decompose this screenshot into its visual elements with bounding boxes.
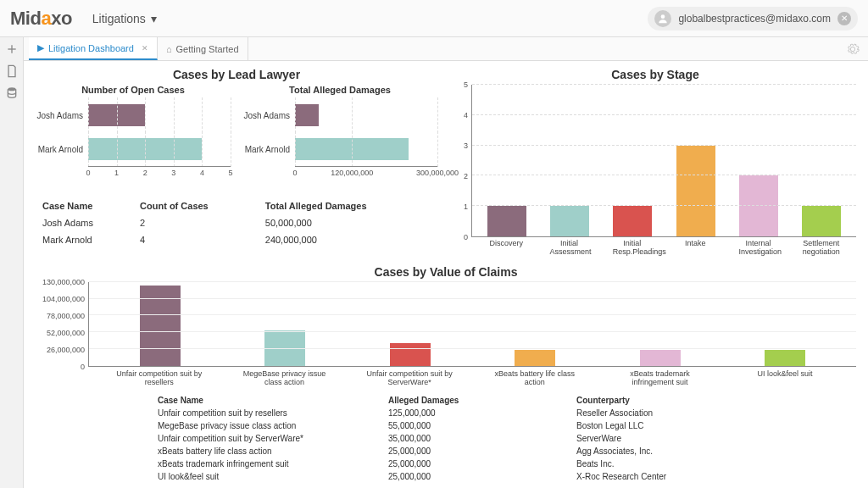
axis-tick: 104,000,000 bbox=[42, 295, 85, 303]
play-icon: ▶ bbox=[37, 42, 44, 53]
document-icon[interactable] bbox=[5, 64, 19, 78]
axis-label: MegeBase privacy issue class action bbox=[233, 367, 335, 386]
col-name: Case Name bbox=[37, 198, 133, 214]
app-logo: Midaxo bbox=[10, 8, 72, 30]
axis-tick: 3 bbox=[171, 169, 175, 177]
bar-label: Josh Adams bbox=[242, 111, 295, 120]
y-axis: 026,000,00052,000,00078,000,000104,000,0… bbox=[36, 282, 88, 367]
app-header: Midaxo Litigations ▾ globalbestpractices… bbox=[0, 0, 868, 37]
col-damages: Total Alleged Damages bbox=[260, 198, 436, 214]
axis-tick: 300,000,000 bbox=[416, 169, 459, 177]
chart-alleged-damages: Total Alleged Damages Josh Adams Mark Ar… bbox=[242, 85, 437, 191]
bar-row: Josh Adams bbox=[242, 98, 437, 132]
tab-label: Litigation Dashboard bbox=[48, 43, 134, 53]
bar-row: Mark Arnold bbox=[242, 132, 437, 166]
bar bbox=[802, 206, 841, 236]
panel-title: Cases by Value of Claims bbox=[36, 265, 856, 279]
tab-label: Getting Started bbox=[176, 44, 239, 54]
axis-label: Intake bbox=[676, 237, 715, 257]
axis-tick: 78,000,000 bbox=[47, 312, 85, 320]
table-row: MegeBase privacy issue class action55,00… bbox=[147, 420, 676, 431]
axis-tick: 0 bbox=[86, 169, 90, 177]
bar-row: Josh Adams bbox=[36, 98, 231, 132]
axis-label: Unfair competition suit by ServerWare* bbox=[359, 367, 460, 386]
close-icon[interactable]: ✕ bbox=[142, 44, 148, 53]
tabbar: ▶ Litigation Dashboard ✕ ⌂ Getting Start… bbox=[24, 37, 868, 61]
axis-tick: 0 bbox=[292, 169, 297, 177]
logo-accent: a bbox=[41, 8, 51, 29]
home-icon: ⌂ bbox=[166, 44, 172, 54]
axis-label: xBeats battery life class action bbox=[484, 367, 586, 386]
table-row: UI look&feel suit25,000,000X-Roc Researc… bbox=[147, 471, 676, 482]
chart-open-cases: Number of Open Cases Josh Adams Mark Arn… bbox=[36, 85, 231, 191]
avatar-icon bbox=[654, 10, 671, 27]
axis-tick: 5 bbox=[464, 80, 468, 89]
gear-icon[interactable] bbox=[846, 42, 860, 56]
axis-tick: 1 bbox=[464, 202, 468, 211]
table-header-row: Case Name Count of Cases Total Alleged D… bbox=[37, 198, 436, 214]
tab-litigation-dashboard[interactable]: ▶ Litigation Dashboard ✕ bbox=[29, 37, 158, 60]
bar bbox=[739, 175, 778, 236]
svg-point-0 bbox=[661, 14, 665, 19]
table-header-row: Case Name Alleged Damages Counterparty bbox=[147, 395, 676, 406]
logo-text-2: xo bbox=[51, 8, 72, 29]
bar-row: Mark Arnold bbox=[36, 132, 231, 166]
claims-table: Case Name Alleged Damages Counterparty U… bbox=[146, 393, 678, 484]
chart-title: Number of Open Cases bbox=[36, 85, 231, 95]
axis-label: Initial Assessment bbox=[549, 237, 588, 257]
svg-point-1 bbox=[8, 87, 15, 91]
plot-area bbox=[471, 85, 856, 237]
bar bbox=[765, 350, 805, 366]
axis-label: Initial Resp.Pleadings bbox=[613, 237, 652, 257]
axis-tick: 5 bbox=[228, 169, 232, 177]
table-row: xBeats battery life class action25,000,0… bbox=[147, 446, 676, 457]
axis-tick: 3 bbox=[464, 141, 468, 150]
panel-title: Cases by Stage bbox=[454, 68, 856, 81]
axis-tick: 1 bbox=[114, 169, 119, 177]
axis-label: UI look&feel suit bbox=[734, 367, 836, 386]
bar bbox=[295, 104, 319, 126]
section-label: Litigations bbox=[92, 12, 146, 25]
panel-lead-lawyer: Cases by Lead Lawyer Number of Open Case… bbox=[36, 68, 437, 257]
sidebar bbox=[0, 37, 24, 488]
axis-tick: 4 bbox=[464, 111, 468, 119]
table-row: Unfair competition suit by resellers125,… bbox=[147, 408, 676, 419]
section-dropdown[interactable]: Litigations ▾ bbox=[92, 12, 157, 25]
axis-tick: 26,000,000 bbox=[47, 346, 85, 354]
lawyer-table: Case Name Count of Cases Total Alleged D… bbox=[36, 197, 437, 249]
close-icon[interactable]: ✕ bbox=[837, 12, 851, 25]
axis-tick: 0 bbox=[81, 363, 85, 371]
axis-tick: 4 bbox=[200, 169, 204, 177]
axis-tick: 2 bbox=[143, 169, 147, 177]
plus-icon[interactable] bbox=[5, 42, 19, 56]
axis-tick: 2 bbox=[464, 172, 468, 180]
table-row: xBeats trademark infringement suit25,000… bbox=[147, 458, 676, 469]
axis-label: Discovery bbox=[487, 237, 526, 257]
axis-label: xBeats trademark infringement suit bbox=[609, 367, 710, 386]
bar bbox=[390, 343, 431, 366]
x-axis: 0120,000,000300,000,000 bbox=[295, 166, 437, 178]
chart-title: Total Alleged Damages bbox=[242, 85, 437, 95]
dashboard-content: Cases by Lead Lawyer Number of Open Case… bbox=[24, 61, 868, 488]
axis-label: Internal Investigation bbox=[738, 237, 777, 257]
chart-cases-by-stage: 012345 bbox=[454, 85, 856, 237]
bar-label: Josh Adams bbox=[36, 111, 88, 120]
user-chip[interactable]: globalbestpractices@midaxo.com ✕ bbox=[648, 7, 858, 30]
bar bbox=[640, 350, 681, 366]
y-axis: 012345 bbox=[454, 85, 471, 237]
x-axis: 012345 bbox=[88, 166, 231, 178]
panel-stage: Cases by Stage 012345 DiscoveryInitial A… bbox=[454, 68, 856, 257]
axis-tick: 120,000,000 bbox=[331, 169, 373, 177]
tab-getting-started[interactable]: ⌂ Getting Started bbox=[158, 37, 248, 60]
table-row: Unfair competition suit by ServerWare*35… bbox=[147, 433, 676, 444]
database-icon[interactable] bbox=[5, 86, 19, 100]
bar bbox=[613, 206, 652, 236]
bar-label: Mark Arnold bbox=[36, 145, 88, 154]
user-email: globalbestpractices@midaxo.com bbox=[678, 13, 831, 25]
table-row: Mark Arnold 4 240,000,000 bbox=[37, 232, 436, 247]
bar-label: Mark Arnold bbox=[242, 145, 295, 154]
bar bbox=[487, 206, 526, 236]
panel-value-of-claims: Cases by Value of Claims 026,000,00052,0… bbox=[36, 265, 856, 484]
logo-text-1: Mid bbox=[10, 8, 41, 29]
col-count: Count of Cases bbox=[135, 198, 259, 214]
